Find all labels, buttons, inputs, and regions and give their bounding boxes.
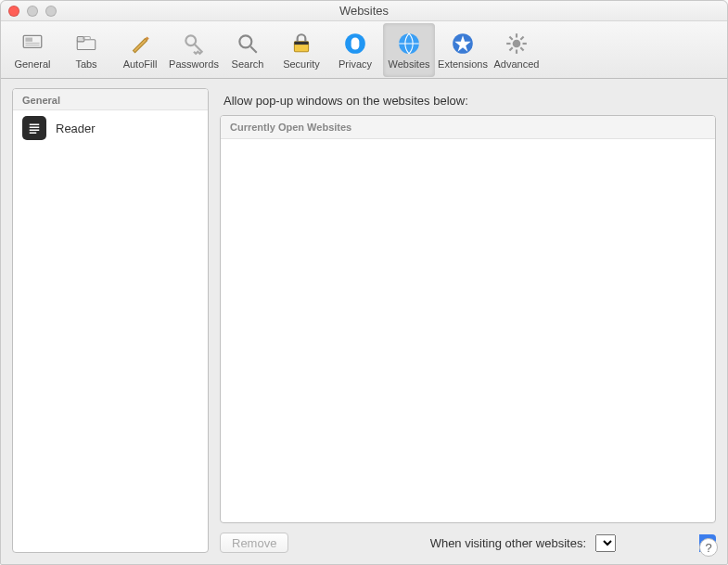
svg-point-17: [513, 39, 521, 47]
preferences-window: Websites GeneralTabsAutoFillPasswordsSea…: [0, 0, 728, 565]
footer-select[interactable]: [595, 534, 616, 552]
svg-line-22: [509, 36, 512, 39]
main-panel: Allow pop-up windows on the websites bel…: [220, 88, 716, 553]
sidebar-item-label: Reader: [56, 122, 96, 135]
minimize-button[interactable]: [27, 6, 38, 17]
site-rows: [221, 139, 715, 522]
svg-rect-27: [30, 127, 40, 129]
sidebar-item-reader[interactable]: Reader: [13, 110, 208, 146]
sidebar-header: General: [13, 89, 208, 110]
svg-rect-26: [30, 124, 40, 126]
tabs-icon: [73, 31, 99, 57]
toolbar-tab-label: Passwords: [169, 58, 219, 70]
toolbar-tab-label: General: [14, 58, 50, 70]
toolbar-tab-advanced[interactable]: Advanced: [491, 23, 543, 77]
svg-rect-2: [25, 42, 39, 43]
svg-line-25: [520, 36, 523, 39]
svg-line-24: [509, 47, 512, 50]
content: General Reader Allow pop-up windows on t…: [1, 79, 727, 564]
advanced-icon: [504, 31, 530, 57]
privacy-icon: [342, 31, 368, 57]
toolbar-tab-label: AutoFill: [123, 58, 158, 70]
footer-select-wrap: [595, 534, 716, 552]
help-button[interactable]: ?: [699, 538, 718, 557]
security-icon: [288, 31, 314, 57]
toolbar-tab-label: Privacy: [338, 58, 372, 70]
titlebar: Websites: [1, 1, 727, 21]
svg-rect-11: [294, 41, 308, 44]
reader-icon: [22, 116, 46, 140]
svg-rect-28: [30, 130, 40, 132]
websites-icon: [396, 31, 422, 57]
sidebar: General Reader: [12, 88, 209, 553]
toolbar-tab-websites[interactable]: Websites: [383, 23, 435, 77]
general-icon: [19, 31, 45, 57]
footer-label: When visiting other websites:: [430, 536, 586, 550]
toolbar-tab-search[interactable]: Search: [222, 23, 274, 77]
toolbar-tab-label: Tabs: [75, 58, 96, 70]
svg-line-9: [250, 46, 257, 53]
sidebar-list: Reader: [13, 110, 208, 552]
toolbar-tab-security[interactable]: Security: [275, 23, 327, 77]
svg-rect-0: [23, 35, 42, 47]
table-header: Currently Open Websites: [221, 116, 715, 139]
window-controls: [8, 6, 57, 17]
toolbar-tab-label: Websites: [388, 58, 429, 70]
toolbar-tab-tabs[interactable]: Tabs: [60, 23, 112, 77]
svg-point-8: [239, 35, 251, 47]
svg-rect-29: [30, 133, 37, 135]
svg-rect-13: [351, 37, 360, 49]
passwords-icon: [181, 31, 207, 57]
svg-rect-1: [25, 37, 32, 41]
search-icon: [235, 31, 261, 57]
toolbar-tab-privacy[interactable]: Privacy: [329, 23, 381, 77]
toolbar-tab-passwords[interactable]: Passwords: [168, 23, 220, 77]
svg-rect-3: [25, 45, 39, 45]
window-title: Websites: [1, 4, 727, 18]
extensions-icon: [450, 31, 476, 57]
close-button[interactable]: [8, 6, 19, 17]
autofill-icon: [127, 31, 153, 57]
footer-bar: Remove When visiting other websites:: [220, 523, 716, 553]
toolbar-tab-label: Advanced: [494, 58, 540, 70]
zoom-button[interactable]: [45, 6, 57, 17]
svg-line-23: [520, 47, 523, 50]
toolbar-tab-extensions[interactable]: Extensions: [437, 23, 489, 77]
toolbar-tab-autofill[interactable]: AutoFill: [114, 23, 166, 77]
main-title: Allow pop-up windows on the websites bel…: [220, 88, 716, 115]
toolbar-tab-label: Extensions: [438, 58, 488, 70]
toolbar: GeneralTabsAutoFillPasswordsSearchSecuri…: [1, 21, 727, 79]
toolbar-tab-general[interactable]: General: [6, 23, 58, 77]
remove-button[interactable]: Remove: [220, 533, 288, 553]
toolbar-tab-label: Security: [283, 58, 320, 70]
toolbar-tab-label: Search: [232, 58, 264, 70]
sites-table: Currently Open Websites: [220, 115, 716, 523]
